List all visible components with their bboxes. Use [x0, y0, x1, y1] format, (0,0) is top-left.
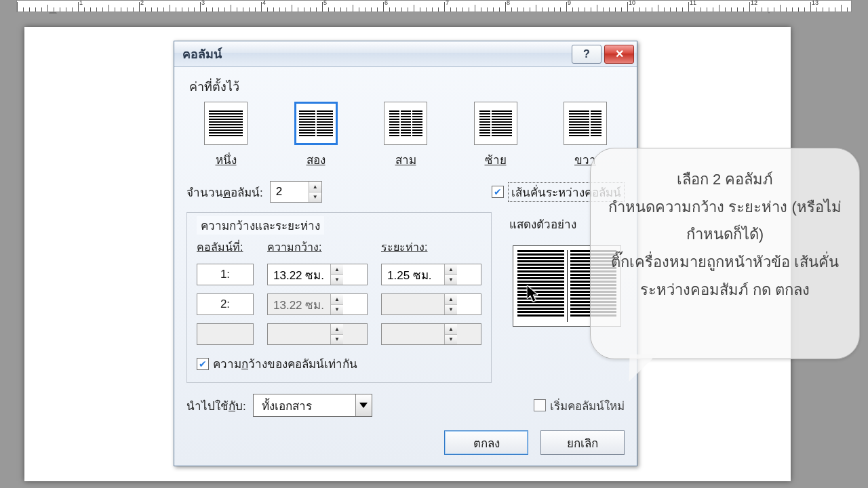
callout-line-2: กำหนดความกว้าง ระยะห่าง (หรือไม่กำหนดก็ไ…: [606, 194, 844, 249]
preset-left[interactable]: ซ้าย: [462, 102, 530, 169]
help-button[interactable]: ?: [572, 45, 601, 64]
presets-row: หนึ่ง สอง สาม: [186, 102, 625, 176]
dialog-titlebar[interactable]: คอลัมน์ ? ✕: [174, 41, 637, 67]
ok-button[interactable]: ตกลง: [444, 430, 528, 455]
apply-to-label: นำไปใช้กับ:: [186, 396, 246, 415]
spin-down-icon[interactable]: ▼: [309, 192, 321, 203]
preset-two[interactable]: สอง: [282, 102, 350, 169]
callout-line-1: เลือก 2 คอลัมภ์: [606, 166, 844, 194]
col-index-3: [197, 323, 254, 345]
header-width: ความกว้าง:: [267, 239, 368, 256]
preset-three[interactable]: สาม: [372, 102, 439, 169]
dialog-title: คอลัมน์: [182, 44, 222, 64]
col-width-3: ▲▼: [267, 323, 368, 345]
width-spacing-group: ความกว้างและระยะห่าง คอลัมน์ที่: ความกว้…: [186, 212, 492, 383]
preset-one[interactable]: หนึ่ง: [192, 102, 260, 169]
cancel-button[interactable]: ยกเลิก: [540, 430, 625, 455]
header-spacing: ระยะห่าง:: [381, 239, 481, 256]
num-columns-label: จำนวนคอลัมน์:: [186, 183, 263, 201]
instruction-callout: เลือก 2 คอลัมภ์ กำหนดความกว้าง ระยะห่าง …: [590, 148, 860, 359]
header-colnum: คอลัมน์ที่:: [197, 239, 254, 256]
col-index-2: 2:: [197, 293, 254, 315]
callout-line-3: ติ๊กเครื่องหมายถูกหน้าหัวข้อ เส้นคั่นระห…: [606, 249, 844, 304]
spin-up-icon[interactable]: ▲: [309, 182, 321, 192]
mouse-cursor-icon: [527, 285, 540, 306]
col-width-2[interactable]: ▲▼: [267, 293, 368, 315]
presets-label: ค่าที่ตั้งไว้: [189, 77, 625, 96]
col-index-1: 1:: [197, 264, 254, 285]
start-new-column-checkbox[interactable]: เริ่มคอลัมน์ใหม่: [534, 396, 625, 415]
col-spacing-2[interactable]: ▲▼: [381, 293, 481, 315]
equal-width-checkbox[interactable]: ✔ ความกว้างของคอลัมน์เท่ากัน: [197, 354, 357, 373]
col-spacing-3: ▲▼: [381, 323, 481, 345]
svg-marker-0: [527, 285, 538, 302]
horizontal-ruler: 12345678910111213: [16, 0, 852, 12]
columns-dialog: คอลัมน์ ? ✕ ค่าที่ตั้งไว้ หนึ่ง สอง: [174, 41, 637, 466]
num-columns-field[interactable]: ▲▼: [270, 181, 322, 203]
col-spacing-1[interactable]: ▲▼: [381, 264, 481, 285]
close-button[interactable]: ✕: [604, 45, 634, 64]
chevron-down-icon[interactable]: [355, 394, 372, 416]
col-width-1[interactable]: ▲▼: [267, 264, 368, 285]
apply-to-select[interactable]: ทั้งเอกสาร: [253, 394, 372, 417]
